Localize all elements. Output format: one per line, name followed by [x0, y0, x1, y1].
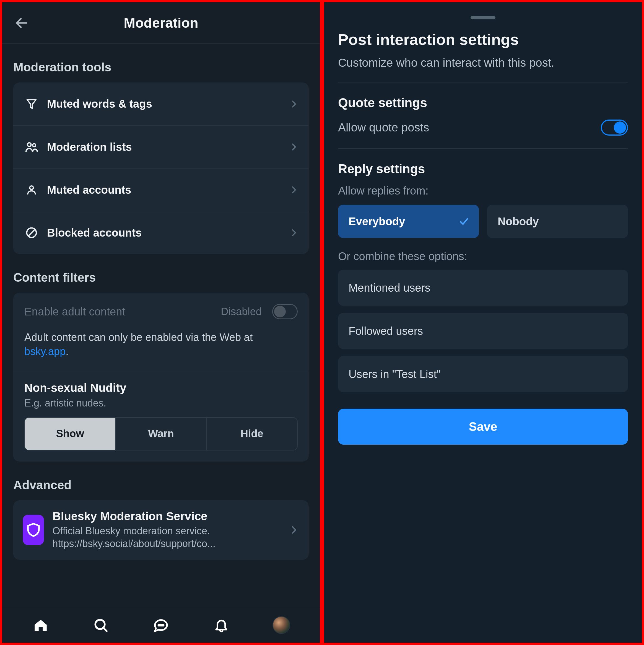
adult-toggle[interactable] — [272, 304, 298, 319]
adult-state: Disabled — [221, 306, 262, 317]
page-title: Moderation — [30, 15, 292, 31]
section-advanced-title: Advanced — [13, 478, 309, 492]
section-filters-title: Content filters — [13, 271, 309, 284]
tab-notifications[interactable] — [212, 615, 231, 635]
row-moderation-lists[interactable]: Moderation lists — [13, 125, 309, 168]
tab-profile[interactable] — [272, 615, 291, 635]
chip-everybody[interactable]: Everybody — [338, 205, 479, 238]
filter-nudity-sub: E.g. artistic nudes. — [24, 397, 298, 409]
moderation-screen: Moderation Moderation tools Muted words … — [2, 2, 320, 643]
service-title: Bluesky Moderation Service — [52, 510, 280, 523]
post-interaction-sheet: Post interaction settings Customize who … — [324, 2, 642, 643]
adult-content-card: Enable adult content Disabled Adult cont… — [13, 293, 309, 461]
svg-line-7 — [103, 628, 107, 631]
quote-row: Allow quote posts — [338, 120, 628, 136]
svg-point-3 — [30, 186, 33, 190]
svg-point-9 — [160, 624, 162, 626]
quote-heading: Quote settings — [338, 95, 628, 110]
check-icon — [458, 216, 469, 227]
divider — [13, 370, 309, 370]
block-icon — [23, 226, 40, 239]
row-blocked-accounts[interactable]: Blocked accounts — [13, 211, 309, 254]
arrow-left-icon — [14, 16, 29, 30]
svg-point-8 — [158, 624, 159, 626]
quote-toggle[interactable] — [601, 120, 628, 136]
shield-icon — [23, 515, 44, 545]
back-button[interactable] — [13, 15, 30, 31]
reply-options: Everybody Nobody — [338, 205, 628, 238]
toggle-knob — [614, 122, 626, 134]
service-text: Bluesky Moderation Service Official Blue… — [52, 510, 280, 551]
row-muted-words[interactable]: Muted words & tags — [13, 82, 309, 125]
combine-label: Or combine these options: — [338, 250, 628, 263]
search-icon — [93, 617, 109, 633]
chip-label: Nobody — [498, 215, 539, 228]
filter-icon — [23, 97, 40, 111]
row-label: Muted words & tags — [40, 98, 289, 110]
row-label: Blocked accounts — [40, 227, 289, 239]
sheet-subtitle: Customize who can interact with this pos… — [338, 56, 628, 69]
svg-point-10 — [163, 624, 164, 626]
adult-note-prefix: Adult content can only be enabled via th… — [24, 332, 253, 343]
reply-heading: Reply settings — [338, 161, 628, 176]
adult-label: Enable adult content — [24, 305, 125, 318]
filter-nudity-title: Non-sexual Nudity — [24, 381, 298, 395]
divider — [338, 82, 628, 82]
header: Moderation — [2, 2, 320, 44]
chevron-right-icon — [289, 228, 299, 238]
adult-note: Adult content can only be enabled via th… — [24, 331, 298, 359]
svg-point-2 — [33, 144, 36, 147]
sheet-handle[interactable] — [470, 16, 496, 19]
seg-show[interactable]: Show — [25, 418, 115, 450]
moderation-service-row[interactable]: Bluesky Moderation Service Official Blue… — [13, 500, 309, 560]
nudity-segmented: Show Warn Hide — [24, 417, 298, 450]
tab-search[interactable] — [91, 615, 110, 635]
chevron-wrap — [288, 524, 299, 535]
chevron-right-icon — [289, 99, 299, 109]
home-icon — [33, 617, 49, 633]
opt-mentioned[interactable]: Mentioned users — [338, 270, 628, 306]
tab-bar — [2, 607, 320, 643]
bell-icon — [214, 617, 229, 633]
tab-home[interactable] — [31, 615, 50, 635]
reply-from-label: Allow replies from: — [338, 185, 628, 197]
adult-note-suffix: . — [65, 346, 69, 357]
users-icon — [23, 140, 40, 154]
divider — [338, 148, 628, 149]
person-icon — [23, 184, 40, 196]
chevron-right-icon — [289, 185, 299, 195]
svg-point-1 — [27, 143, 31, 146]
svg-line-5 — [28, 230, 35, 236]
tab-chat[interactable] — [151, 615, 171, 635]
chip-nobody[interactable]: Nobody — [487, 205, 628, 238]
seg-warn[interactable]: Warn — [115, 418, 206, 450]
quote-label: Allow quote posts — [338, 121, 429, 134]
row-label: Muted accounts — [40, 184, 289, 196]
row-label: Moderation lists — [40, 141, 289, 153]
service-desc: Official Bluesky moderation service. htt… — [52, 524, 280, 551]
sheet-title: Post interaction settings — [338, 30, 628, 48]
save-button[interactable]: Save — [338, 409, 628, 445]
chip-label: Everybody — [349, 215, 405, 228]
chevron-right-icon — [289, 142, 299, 152]
toggle-knob — [274, 306, 286, 317]
opt-test-list[interactable]: Users in "Test List" — [338, 356, 628, 392]
row-muted-accounts[interactable]: Muted accounts — [13, 168, 309, 211]
tools-card: Muted words & tags Moderation lists Mute… — [13, 82, 309, 254]
chat-icon — [153, 617, 169, 633]
bsky-link[interactable]: bsky.app — [24, 346, 65, 357]
chevron-right-icon — [288, 524, 299, 535]
avatar — [273, 616, 290, 634]
seg-hide[interactable]: Hide — [206, 418, 297, 450]
section-tools-title: Moderation tools — [13, 60, 309, 74]
opt-followed[interactable]: Followed users — [338, 313, 628, 349]
combine-options: Mentioned users Followed users Users in … — [338, 270, 628, 392]
